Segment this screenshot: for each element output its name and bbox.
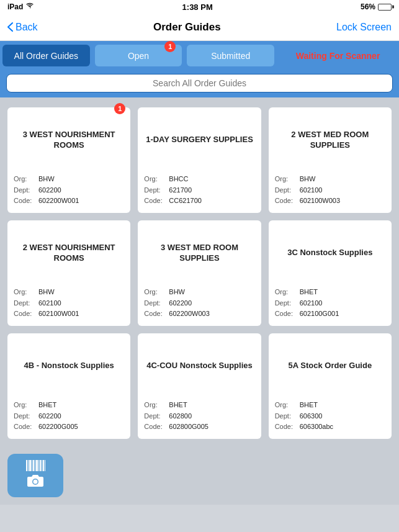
card-code-row: Code: 602800G005 — [144, 422, 254, 433]
dept-value: 621700 — [169, 185, 192, 196]
tab-open[interactable]: Open 1 — [95, 45, 182, 66]
card-dept-row: Dept: 602200 — [144, 298, 254, 309]
card-org-row: Org: BHET — [14, 400, 124, 411]
code-value: 602800G005 — [169, 422, 208, 433]
page-title: Order Guides — [153, 21, 221, 34]
code-label: Code: — [14, 196, 36, 207]
dept-value: 602200 — [38, 185, 61, 196]
card-details: Org: BHET Dept: 606300 Code: 606300abc — [275, 400, 385, 433]
dept-value: 602200 — [38, 411, 61, 422]
dept-label: Dept: — [275, 185, 297, 196]
card-code-row: Code: 602200G005 — [14, 422, 124, 433]
code-value: 602200G005 — [38, 422, 78, 433]
card-code-row: Code: 606300abc — [275, 422, 385, 433]
card-details: Org: BHCC Dept: 621700 Code: CC621700 — [144, 174, 254, 207]
dept-value: 602200 — [169, 298, 192, 309]
order-guide-card[interactable]: 2 WEST MED ROOM SUPPLIES Org: BHW Dept: … — [269, 107, 392, 213]
card-title: 3 WEST NOURISHMENT ROOMS — [14, 115, 124, 165]
dept-value: 602100 — [300, 298, 323, 309]
card-code-row: Code: 602200W001 — [14, 196, 124, 207]
card-details: Org: BHET Dept: 602100 Code: 602100G001 — [275, 287, 385, 320]
org-label: Org: — [275, 174, 297, 185]
nav-bar: Back Order Guides Lock Screen — [0, 14, 399, 41]
order-guide-card[interactable]: 3C Nonstock Supplies Org: BHET Dept: 602… — [269, 220, 392, 326]
card-title: 5A Stock Order Guide — [275, 341, 385, 391]
card-code-row: Code: 602200W003 — [144, 309, 254, 320]
dept-label: Dept: — [275, 411, 297, 422]
card-badge: 1 — [114, 103, 125, 114]
card-org-row: Org: BHW — [14, 287, 124, 298]
dept-value: 602100 — [300, 185, 323, 196]
tab-submitted[interactable]: Submitted — [187, 45, 274, 66]
org-label: Org: — [14, 174, 36, 185]
dept-label: Dept: — [144, 298, 166, 309]
org-label: Org: — [275, 400, 297, 411]
status-left: iPad — [7, 2, 34, 11]
card-dept-row: Dept: 621700 — [144, 185, 254, 196]
camera-icon — [27, 474, 44, 491]
card-dept-row: Dept: 602100 — [275, 298, 385, 309]
search-input[interactable] — [6, 74, 393, 92]
card-org-row: Org: BHW — [275, 174, 385, 185]
order-guide-card[interactable]: 4C-COU Nonstock Supplies Org: BHET Dept:… — [138, 333, 261, 439]
back-button[interactable]: Back — [7, 22, 38, 33]
card-dept-row: Dept: 602100 — [14, 298, 124, 309]
code-label: Code: — [275, 196, 297, 207]
code-value: CC621700 — [169, 196, 202, 207]
card-title: 2 WEST MED ROOM SUPPLIES — [275, 115, 385, 165]
code-label: Code: — [14, 309, 36, 320]
card-dept-row: Dept: 602800 — [144, 411, 254, 422]
card-details: Org: BHET Dept: 602800 Code: 602800G005 — [144, 400, 254, 433]
bottom-bar — [0, 449, 399, 505]
org-value: BHET — [38, 400, 56, 411]
tab-waiting-for-scanner[interactable]: Waiting For Scanner — [277, 45, 399, 66]
org-label: Org: — [144, 174, 166, 185]
card-title: 3C Nonstock Supplies — [275, 228, 385, 278]
org-label: Org: — [144, 287, 166, 298]
order-guide-card[interactable]: 1-DAY SURGERY SUPPLIES Org: BHCC Dept: 6… — [138, 107, 261, 213]
order-guide-card[interactable]: 1 3 WEST NOURISHMENT ROOMS Org: BHW Dept… — [7, 107, 130, 213]
card-details: Org: BHW Dept: 602200 Code: 602200W001 — [14, 174, 124, 207]
code-value: 602100W003 — [300, 196, 340, 207]
barcode-icon — [26, 460, 45, 471]
battery-icon — [378, 4, 392, 11]
card-org-row: Org: BHCC — [144, 174, 254, 185]
card-org-row: Org: BHET — [144, 400, 254, 411]
card-code-row: Code: 602100W003 — [275, 196, 385, 207]
card-code-row: Code: CC621700 — [144, 196, 254, 207]
dept-label: Dept: — [14, 411, 36, 422]
card-dept-row: Dept: 602200 — [14, 185, 124, 196]
org-value: BHW — [169, 287, 185, 298]
order-guide-card[interactable]: 3 WEST MED ROOM SUPPLIES Org: BHW Dept: … — [138, 220, 261, 326]
org-value: BHET — [300, 287, 318, 298]
card-org-row: Org: BHET — [275, 400, 385, 411]
lock-screen-button[interactable]: Lock Screen — [336, 22, 392, 33]
dept-label: Dept: — [14, 185, 36, 196]
order-guide-card[interactable]: 5A Stock Order Guide Org: BHET Dept: 606… — [269, 333, 392, 439]
card-details: Org: BHET Dept: 602200 Code: 602200G005 — [14, 400, 124, 433]
card-org-row: Org: BHW — [14, 174, 124, 185]
org-label: Org: — [144, 400, 166, 411]
code-value: 602100W001 — [38, 309, 79, 320]
dept-value: 606300 — [300, 411, 323, 422]
card-details: Org: BHW Dept: 602200 Code: 602200W003 — [144, 287, 254, 320]
code-label: Code: — [14, 422, 36, 433]
card-title: 1-DAY SURGERY SUPPLIES — [144, 115, 254, 165]
code-value: 602200W003 — [169, 309, 209, 320]
card-dept-row: Dept: 602200 — [14, 411, 124, 422]
svg-point-1 — [34, 480, 38, 484]
order-guide-card[interactable]: 2 WEST NOURISHMENT ROOMS Org: BHW Dept: … — [7, 220, 130, 326]
code-value: 602200W001 — [38, 196, 79, 207]
org-value: BHCC — [169, 174, 188, 185]
card-title: 4C-COU Nonstock Supplies — [144, 341, 254, 391]
tab-all-order-guides[interactable]: All Order Guides — [2, 45, 90, 66]
scanner-button[interactable] — [7, 454, 63, 497]
org-label: Org: — [275, 287, 297, 298]
order-guide-card[interactable]: 4B - Nonstock Supplies Org: BHET Dept: 6… — [7, 333, 130, 439]
dept-value: 602800 — [169, 411, 192, 422]
code-value: 602100G001 — [300, 309, 339, 320]
card-org-row: Org: BHET — [275, 287, 385, 298]
org-value: BHET — [169, 400, 187, 411]
dept-value: 602100 — [38, 298, 61, 309]
dept-label: Dept: — [275, 298, 297, 309]
